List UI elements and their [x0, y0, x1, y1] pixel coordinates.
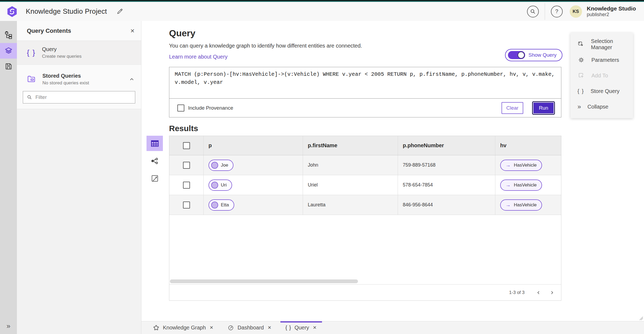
show-query-toggle[interactable]: Show Query — [505, 49, 562, 61]
row-checkbox-cell — [169, 175, 204, 195]
query-textarea[interactable]: MATCH (p:Person)-[hv:HasVehicle]->(v:Veh… — [169, 67, 561, 98]
selection-manager-button[interactable]: Selection Manager — [570, 37, 633, 52]
collapse-button[interactable]: » Collapse — [570, 99, 633, 114]
query-footer: Include Provenance Clear Run — [169, 98, 561, 117]
tab-dashboard[interactable]: Dashboard ✕ — [222, 321, 277, 334]
stored-queries-title: Stored Queries — [42, 73, 122, 79]
pagination-label: 1-3 of 3 — [509, 290, 525, 295]
node-dot-icon — [211, 202, 218, 209]
rail-item-saved[interactable] — [0, 59, 17, 74]
edge-pill[interactable]: →HasVehicle — [500, 179, 542, 191]
select-all-checkbox[interactable] — [183, 142, 190, 149]
query-contents-header: Query Contents ✕ — [17, 21, 141, 41]
project-title: Knowledge Studio Project — [26, 7, 107, 16]
panel-fill — [17, 109, 141, 334]
column-header-p: p — [204, 136, 303, 155]
node-pill[interactable]: Joe — [208, 160, 233, 171]
node-label: Joe — [221, 163, 228, 168]
edge-pill[interactable]: →HasVehicle — [500, 160, 542, 171]
braces-icon: { } — [285, 325, 291, 331]
cell-firstname: John — [303, 155, 398, 175]
store-query-button[interactable]: { } Store Query — [570, 83, 633, 99]
node-label: Uri — [221, 182, 227, 188]
row-checkbox[interactable] — [183, 202, 190, 209]
query-contents-panel: Query Contents ✕ { } Query Create new qu… — [17, 21, 141, 334]
results-table: p p.firstName p.phoneNumber hv Joe John … — [169, 136, 561, 301]
row-checkbox[interactable] — [183, 162, 190, 169]
edge-label: HasVehicle — [514, 182, 537, 188]
knowledge-graph-icon — [153, 324, 160, 331]
rail-item-knowledge-graph[interactable] — [0, 27, 17, 43]
toggle-knob — [518, 52, 525, 59]
node-label: Etta — [221, 202, 229, 208]
arrow-right-icon: → — [506, 182, 511, 188]
table-header-row: p p.firstName p.phoneNumber hv — [169, 136, 561, 155]
expand-panel-button[interactable]: » — [0, 322, 17, 330]
run-button[interactable]: Run — [533, 102, 554, 114]
graph-view-button[interactable] — [147, 153, 163, 168]
horizontal-scrollbar[interactable] — [170, 279, 358, 283]
show-query-label: Show Query — [528, 52, 557, 58]
close-icon: ✕ — [313, 325, 317, 330]
left-rail: » — [0, 21, 17, 334]
previous-page-button[interactable] — [536, 290, 541, 295]
help-button[interactable]: ? — [551, 6, 563, 17]
close-panel-button[interactable]: ✕ — [130, 28, 135, 34]
store-query-label: Store Query — [591, 88, 620, 94]
gear-icon — [577, 56, 585, 64]
query-item-text: Query Create new queries — [42, 46, 81, 59]
double-chevron-right-icon: » — [6, 322, 10, 330]
table-view-button[interactable] — [147, 136, 163, 151]
tab-close-button[interactable]: ✕ — [312, 324, 317, 331]
table-row: Etta Lauretta 846-956-8644 →HasVehicle — [169, 195, 561, 215]
row-checkbox[interactable] — [183, 182, 190, 189]
add-to-icon — [577, 72, 585, 79]
filter-input[interactable] — [35, 94, 131, 100]
avatar-initials: KS — [573, 9, 579, 14]
close-icon: ✕ — [268, 325, 271, 330]
map-view-button[interactable] — [147, 171, 163, 186]
query-item-subtitle: Create new queries — [42, 54, 81, 59]
tab-query[interactable]: { } Query ✕ — [280, 321, 322, 334]
clear-button[interactable]: Clear — [502, 102, 523, 114]
rail-item-query[interactable] — [0, 43, 17, 59]
selection-manager-icon — [577, 41, 584, 48]
tab-close-button[interactable]: ✕ — [267, 324, 272, 331]
column-header-phonenumber: p.phoneNumber — [398, 136, 495, 155]
tab-label: Query — [294, 325, 309, 331]
tab-knowledge-graph[interactable]: Knowledge Graph ✕ — [148, 321, 219, 334]
user-block: Knowledge Studio publisher2 — [587, 5, 636, 18]
table-row: Joe John 759-889-57168 →HasVehicle — [169, 155, 561, 175]
next-page-button[interactable] — [549, 290, 555, 295]
edge-pill[interactable]: →HasVehicle — [500, 199, 542, 211]
stored-queries-text: Stored Queries No stored queries exist — [42, 73, 122, 86]
double-chevron-right-icon: » — [577, 103, 581, 110]
layers-icon — [4, 46, 13, 55]
edge-label: HasVehicle — [514, 202, 537, 208]
stored-queries-header[interactable]: Stored Queries No stored queries exist — [17, 68, 141, 89]
filter-wrap — [23, 91, 135, 103]
cell-phonenumber: 759-889-57168 — [398, 155, 495, 175]
learn-more-link[interactable]: Learn more about Query — [169, 54, 228, 60]
node-pill[interactable]: Uri — [208, 179, 232, 191]
arrow-right-icon: → — [506, 202, 511, 207]
chevron-up-icon — [129, 76, 135, 82]
search-button[interactable] — [527, 6, 539, 17]
results-view-toolbar — [147, 136, 163, 186]
braces-icon: { } — [577, 88, 584, 94]
avatar[interactable]: KS — [570, 5, 582, 18]
folder-icon — [27, 75, 36, 84]
app-logo-icon — [6, 5, 18, 18]
tab-close-button[interactable]: ✕ — [209, 324, 214, 331]
node-pill[interactable]: Etta — [208, 199, 234, 211]
chevron-right-icon — [549, 290, 555, 295]
parameters-button[interactable]: Parameters — [570, 52, 633, 68]
resize-handle-icon[interactable] — [639, 317, 643, 320]
panel-gap — [17, 65, 141, 68]
query-contents-item-query[interactable]: { } Query Create new queries — [17, 41, 141, 65]
row-checkbox-cell — [169, 195, 204, 215]
include-provenance-checkbox[interactable] — [177, 105, 184, 112]
edit-project-name-button[interactable] — [115, 7, 124, 16]
map-icon — [151, 174, 159, 183]
page-head: Query You can query a knowledge graph to… — [169, 28, 561, 60]
